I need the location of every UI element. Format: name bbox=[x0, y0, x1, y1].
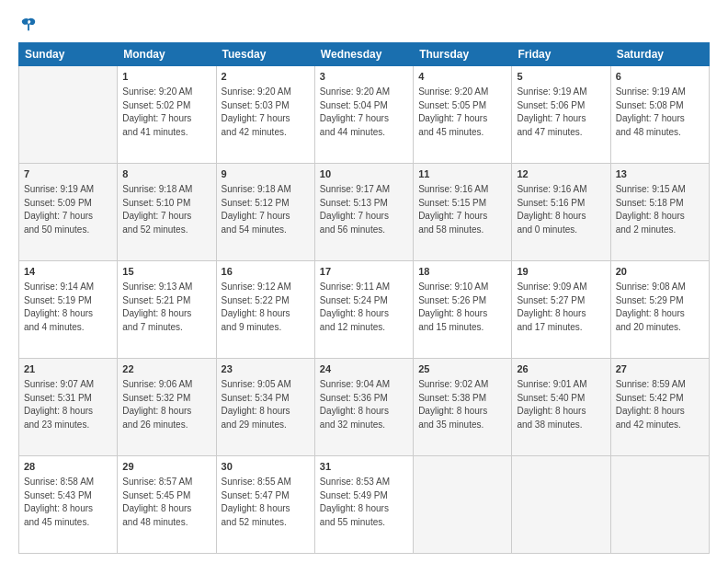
day-number: 21 bbox=[24, 362, 112, 376]
calendar-cell: 14Sunrise: 9:14 AM Sunset: 5:19 PM Dayli… bbox=[19, 261, 118, 359]
day-number: 15 bbox=[122, 265, 210, 279]
day-number: 28 bbox=[24, 460, 112, 474]
day-number: 12 bbox=[517, 167, 605, 181]
calendar-cell: 2Sunrise: 9:20 AM Sunset: 5:03 PM Daylig… bbox=[216, 66, 314, 164]
calendar-cell: 20Sunrise: 9:08 AM Sunset: 5:29 PM Dayli… bbox=[610, 261, 709, 359]
calendar-cell: 5Sunrise: 9:19 AM Sunset: 5:06 PM Daylig… bbox=[512, 66, 610, 164]
calendar-cell: 27Sunrise: 8:59 AM Sunset: 5:42 PM Dayli… bbox=[610, 359, 709, 456]
calendar-week-row: 1Sunrise: 9:20 AM Sunset: 5:02 PM Daylig… bbox=[19, 66, 710, 164]
calendar-week-row: 21Sunrise: 9:07 AM Sunset: 5:31 PM Dayli… bbox=[19, 359, 710, 456]
day-info: Sunrise: 9:20 AM Sunset: 5:02 PM Dayligh… bbox=[122, 86, 210, 139]
calendar-cell: 25Sunrise: 9:02 AM Sunset: 5:38 PM Dayli… bbox=[414, 359, 512, 456]
day-info: Sunrise: 8:57 AM Sunset: 5:45 PM Dayligh… bbox=[122, 476, 210, 529]
day-number: 22 bbox=[122, 362, 210, 376]
day-info: Sunrise: 9:07 AM Sunset: 5:31 PM Dayligh… bbox=[24, 378, 112, 431]
day-of-week-header: Sunday bbox=[19, 43, 118, 66]
day-number: 19 bbox=[517, 265, 605, 279]
calendar-cell: 4Sunrise: 9:20 AM Sunset: 5:05 PM Daylig… bbox=[414, 66, 512, 164]
day-of-week-header: Saturday bbox=[610, 43, 709, 66]
header bbox=[18, 17, 710, 33]
page: SundayMondayTuesdayWednesdayThursdayFrid… bbox=[0, 0, 728, 563]
day-of-week-header: Friday bbox=[512, 43, 610, 66]
day-number: 1 bbox=[122, 70, 210, 84]
calendar-cell bbox=[414, 456, 512, 554]
calendar-cell: 29Sunrise: 8:57 AM Sunset: 5:45 PM Dayli… bbox=[118, 456, 216, 554]
calendar-cell: 16Sunrise: 9:12 AM Sunset: 5:22 PM Dayli… bbox=[216, 261, 314, 359]
calendar-header-row: SundayMondayTuesdayWednesdayThursdayFrid… bbox=[19, 43, 710, 66]
day-number: 25 bbox=[418, 362, 506, 376]
day-info: Sunrise: 9:16 AM Sunset: 5:15 PM Dayligh… bbox=[418, 183, 506, 236]
calendar-cell: 24Sunrise: 9:04 AM Sunset: 5:36 PM Dayli… bbox=[314, 359, 413, 456]
day-info: Sunrise: 9:20 AM Sunset: 5:05 PM Dayligh… bbox=[418, 86, 506, 139]
day-number: 9 bbox=[222, 167, 310, 181]
calendar-week-row: 7Sunrise: 9:19 AM Sunset: 5:09 PM Daylig… bbox=[19, 164, 710, 261]
day-info: Sunrise: 9:18 AM Sunset: 5:12 PM Dayligh… bbox=[222, 183, 310, 236]
day-info: Sunrise: 9:09 AM Sunset: 5:27 PM Dayligh… bbox=[517, 281, 605, 334]
calendar-cell: 13Sunrise: 9:15 AM Sunset: 5:18 PM Dayli… bbox=[610, 164, 709, 261]
day-info: Sunrise: 9:19 AM Sunset: 5:09 PM Dayligh… bbox=[24, 183, 112, 236]
day-info: Sunrise: 9:15 AM Sunset: 5:18 PM Dayligh… bbox=[616, 183, 704, 236]
day-info: Sunrise: 9:06 AM Sunset: 5:32 PM Dayligh… bbox=[122, 378, 210, 431]
day-number: 17 bbox=[320, 265, 408, 279]
calendar-cell: 28Sunrise: 8:58 AM Sunset: 5:43 PM Dayli… bbox=[19, 456, 118, 554]
day-info: Sunrise: 9:02 AM Sunset: 5:38 PM Dayligh… bbox=[418, 378, 506, 431]
day-info: Sunrise: 9:01 AM Sunset: 5:40 PM Dayligh… bbox=[517, 378, 605, 431]
day-number: 30 bbox=[222, 460, 310, 474]
calendar-cell: 18Sunrise: 9:10 AM Sunset: 5:26 PM Dayli… bbox=[414, 261, 512, 359]
day-info: Sunrise: 9:11 AM Sunset: 5:24 PM Dayligh… bbox=[320, 281, 408, 334]
day-number: 8 bbox=[122, 167, 210, 181]
calendar-cell: 26Sunrise: 9:01 AM Sunset: 5:40 PM Dayli… bbox=[512, 359, 610, 456]
calendar-cell: 30Sunrise: 8:55 AM Sunset: 5:47 PM Dayli… bbox=[216, 456, 314, 554]
calendar-cell: 7Sunrise: 9:19 AM Sunset: 5:09 PM Daylig… bbox=[19, 164, 118, 261]
logo bbox=[18, 17, 37, 33]
calendar-week-row: 28Sunrise: 8:58 AM Sunset: 5:43 PM Dayli… bbox=[19, 456, 710, 554]
calendar-cell bbox=[19, 66, 118, 164]
calendar-table: SundayMondayTuesdayWednesdayThursdayFrid… bbox=[18, 42, 710, 554]
day-number: 26 bbox=[517, 362, 605, 376]
calendar-cell: 12Sunrise: 9:16 AM Sunset: 5:16 PM Dayli… bbox=[512, 164, 610, 261]
day-info: Sunrise: 8:53 AM Sunset: 5:49 PM Dayligh… bbox=[320, 476, 408, 529]
day-of-week-header: Thursday bbox=[414, 43, 512, 66]
day-info: Sunrise: 9:08 AM Sunset: 5:29 PM Dayligh… bbox=[616, 281, 704, 334]
calendar-cell: 3Sunrise: 9:20 AM Sunset: 5:04 PM Daylig… bbox=[314, 66, 413, 164]
day-number: 13 bbox=[616, 167, 704, 181]
calendar-cell: 19Sunrise: 9:09 AM Sunset: 5:27 PM Dayli… bbox=[512, 261, 610, 359]
day-info: Sunrise: 9:20 AM Sunset: 5:04 PM Dayligh… bbox=[320, 86, 408, 139]
day-number: 11 bbox=[418, 167, 506, 181]
day-number: 20 bbox=[616, 265, 704, 279]
day-number: 7 bbox=[24, 167, 112, 181]
day-info: Sunrise: 9:17 AM Sunset: 5:13 PM Dayligh… bbox=[320, 183, 408, 236]
calendar-cell: 6Sunrise: 9:19 AM Sunset: 5:08 PM Daylig… bbox=[610, 66, 709, 164]
day-info: Sunrise: 9:19 AM Sunset: 5:06 PM Dayligh… bbox=[517, 86, 605, 139]
day-number: 14 bbox=[24, 265, 112, 279]
calendar-cell: 10Sunrise: 9:17 AM Sunset: 5:13 PM Dayli… bbox=[314, 164, 413, 261]
day-info: Sunrise: 9:13 AM Sunset: 5:21 PM Dayligh… bbox=[122, 281, 210, 334]
day-info: Sunrise: 9:05 AM Sunset: 5:34 PM Dayligh… bbox=[222, 378, 310, 431]
day-number: 27 bbox=[616, 362, 704, 376]
calendar-cell: 23Sunrise: 9:05 AM Sunset: 5:34 PM Dayli… bbox=[216, 359, 314, 456]
day-of-week-header: Wednesday bbox=[314, 43, 413, 66]
day-number: 31 bbox=[320, 460, 408, 474]
day-info: Sunrise: 8:59 AM Sunset: 5:42 PM Dayligh… bbox=[616, 378, 704, 431]
logo-bird-icon bbox=[20, 17, 37, 33]
day-number: 6 bbox=[616, 70, 704, 84]
day-info: Sunrise: 9:04 AM Sunset: 5:36 PM Dayligh… bbox=[320, 378, 408, 431]
calendar-cell: 15Sunrise: 9:13 AM Sunset: 5:21 PM Dayli… bbox=[118, 261, 216, 359]
day-info: Sunrise: 9:20 AM Sunset: 5:03 PM Dayligh… bbox=[222, 86, 310, 139]
day-info: Sunrise: 9:18 AM Sunset: 5:10 PM Dayligh… bbox=[122, 183, 210, 236]
day-number: 29 bbox=[122, 460, 210, 474]
calendar-cell bbox=[512, 456, 610, 554]
calendar-cell: 17Sunrise: 9:11 AM Sunset: 5:24 PM Dayli… bbox=[314, 261, 413, 359]
calendar-cell: 31Sunrise: 8:53 AM Sunset: 5:49 PM Dayli… bbox=[314, 456, 413, 554]
day-number: 2 bbox=[222, 70, 310, 84]
day-number: 4 bbox=[418, 70, 506, 84]
day-of-week-header: Tuesday bbox=[216, 43, 314, 66]
calendar-cell: 9Sunrise: 9:18 AM Sunset: 5:12 PM Daylig… bbox=[216, 164, 314, 261]
day-info: Sunrise: 9:14 AM Sunset: 5:19 PM Dayligh… bbox=[24, 281, 112, 334]
calendar-cell: 22Sunrise: 9:06 AM Sunset: 5:32 PM Dayli… bbox=[118, 359, 216, 456]
calendar-cell: 8Sunrise: 9:18 AM Sunset: 5:10 PM Daylig… bbox=[118, 164, 216, 261]
day-of-week-header: Monday bbox=[118, 43, 216, 66]
day-info: Sunrise: 9:19 AM Sunset: 5:08 PM Dayligh… bbox=[616, 86, 704, 139]
day-number: 5 bbox=[517, 70, 605, 84]
day-info: Sunrise: 8:55 AM Sunset: 5:47 PM Dayligh… bbox=[222, 476, 310, 529]
